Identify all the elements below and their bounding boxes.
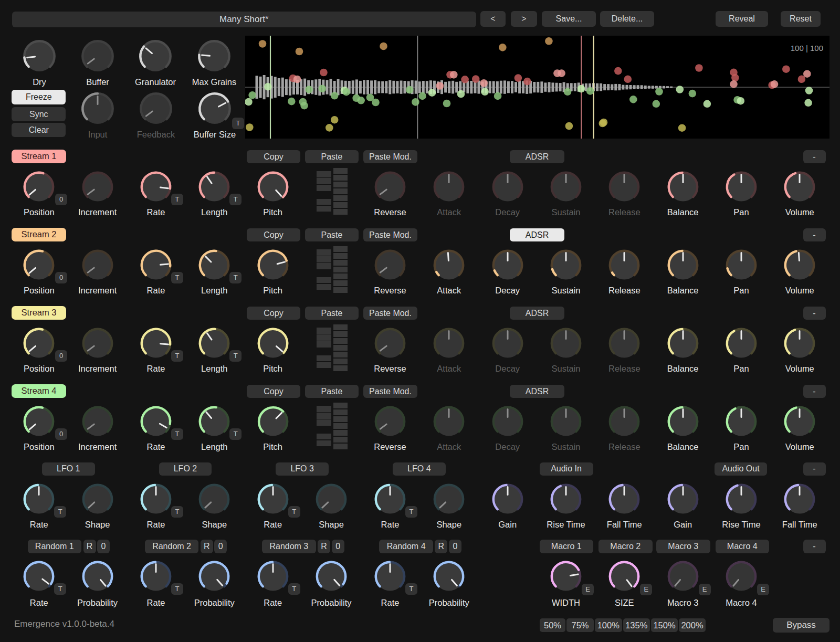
svg-text:100 | 100: 100 | 100 <box>791 44 823 52</box>
